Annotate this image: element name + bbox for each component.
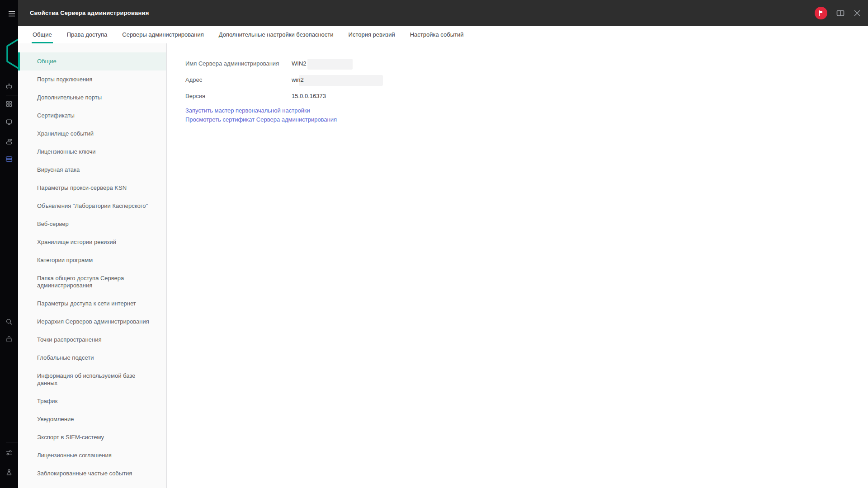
field-row: Имя Сервера администрирования WIN2 <box>185 57 868 69</box>
section-list-item-label: Дополнительные порты <box>37 94 102 101</box>
section-list-item[interactable]: Порты подключения <box>18 70 167 89</box>
field-value: 15.0.0.16373 <box>292 93 500 99</box>
section-list-item-label: Вирусная атака <box>37 166 80 173</box>
section-list-item[interactable]: Уведомление <box>18 410 167 428</box>
section-list-item[interactable]: Информация об используемой базе данных <box>18 367 167 392</box>
section-list-item-label: Экспорт в SIEM-систему <box>37 434 104 441</box>
section-list-item-label: Иерархия Серверов администрирования <box>37 318 149 325</box>
redacted-area <box>307 59 353 70</box>
section-list-item[interactable]: Параметры доступа к сети интернет <box>18 295 167 313</box>
field-value: win2 <box>292 76 500 83</box>
monitor-icon[interactable] <box>5 118 13 126</box>
titlebar-actions <box>815 7 861 19</box>
rail-divider <box>6 95 18 95</box>
section-list-item[interactable]: Параметры прокси-сервера KSN <box>18 179 167 197</box>
section-list-item-label: Сертификаты <box>37 112 75 119</box>
section-list-item-label: Параметры прокси-сервера KSN <box>37 184 127 191</box>
section-list-item[interactable]: Веб-сервер <box>18 215 167 233</box>
tab-label: История ревизий <box>349 31 395 38</box>
redacted-area <box>299 75 383 86</box>
action-links: Запустить мастер первоначальной настройк… <box>185 106 868 124</box>
section-list-item[interactable]: Трафик <box>18 392 167 410</box>
field-label: Версия <box>185 93 292 99</box>
field-value-text: 15.0.0.16373 <box>292 93 326 99</box>
field-row: Адрес win2 <box>185 74 868 85</box>
tab[interactable]: История ревизий <box>349 26 395 43</box>
section-list-item-label: Общие <box>37 58 57 65</box>
section-list-item[interactable]: Глобальные подсети <box>18 349 167 367</box>
section-list-item[interactable]: Хранилище событий <box>18 125 167 143</box>
tab-bar: Общие Права доступа Серверы администриро… <box>18 26 868 43</box>
field-value-text: WIN2 <box>292 60 307 67</box>
search-icon[interactable] <box>5 318 13 325</box>
console-settings-icon[interactable] <box>5 449 13 456</box>
server-fields: Имя Сервера администрирования WIN2 Адрес… <box>185 57 868 102</box>
section-list-item-label: Глобальные подсети <box>37 354 94 361</box>
section-list-item-label: Порты подключения <box>37 76 92 83</box>
left-rail <box>0 0 18 488</box>
tab[interactable]: Общие <box>33 26 52 43</box>
section-list-item[interactable]: Дополнительные порты <box>18 89 167 107</box>
section-list-item[interactable]: Папка общего доступа Сервера администрир… <box>18 269 167 295</box>
device-grid-icon[interactable] <box>5 100 13 108</box>
section-list-item[interactable]: Экспорт в SIEM-систему <box>18 428 167 446</box>
section-list-item[interactable]: Иерархия Серверов администрирования <box>18 313 167 331</box>
section-list-item-label: Лицензионные соглашения <box>37 452 112 459</box>
properties-section-list: Общие Порты подключения Дополнительные п… <box>18 43 167 488</box>
section-list-item-label: Уведомление <box>37 416 74 422</box>
tab-label: Настройка событий <box>410 31 464 38</box>
tab[interactable]: Настройка событий <box>410 26 464 43</box>
managed-server-icon[interactable] <box>5 83 13 90</box>
section-list-item-label: Параметры доступа к сети интернет <box>37 300 136 307</box>
section-list-item[interactable]: Лицензионные соглашения <box>18 446 167 465</box>
server-stack-icon[interactable] <box>5 155 13 163</box>
screen: Свойства Сервера администрирования <box>0 0 868 488</box>
general-settings-panel: Имя Сервера администрирования WIN2 Адрес… <box>167 43 868 488</box>
section-list-item-label: Лицензионные ключи <box>37 148 95 155</box>
section-list-item-label: Хранилище истории ревизий <box>37 239 116 245</box>
field-label: Адрес <box>185 76 292 83</box>
rail-divider <box>6 442 18 442</box>
section-list-item-label: Заблокированные частые события <box>37 470 132 477</box>
section-list-item[interactable]: Лицензионные ключи <box>18 143 167 161</box>
tab[interactable]: Серверы администрирования <box>122 26 203 43</box>
section-list-item-label: Категории программ <box>37 257 93 263</box>
tab-label: Права доступа <box>67 31 108 38</box>
section-list-item[interactable]: Сертификаты <box>18 107 167 125</box>
section-list-item-label: Веб-сервер <box>37 221 69 227</box>
section-list-item-label: Хранилище событий <box>37 130 94 137</box>
section-list-item[interactable]: Категории программ <box>18 251 167 269</box>
tab[interactable]: Дополнительные настройки безопасности <box>219 26 334 43</box>
section-list-item-label: Информация об используемой базе данных <box>37 372 135 386</box>
sidebar-scrollbar[interactable] <box>166 43 167 488</box>
kaspersky-logo <box>6 38 18 71</box>
documentation-book-icon[interactable] <box>836 9 845 17</box>
section-list-item-label: Объявления "Лаборатории Касперского" <box>37 202 148 209</box>
marketplace-bag-icon[interactable] <box>5 336 13 343</box>
section-list-item[interactable]: Заблокированные частые события <box>18 465 167 483</box>
field-value: WIN2 <box>292 60 500 67</box>
section-list-item[interactable]: Общие <box>18 52 167 70</box>
tab-label: Дополнительные настройки безопасности <box>219 31 334 38</box>
hamburger-menu-icon[interactable] <box>8 11 15 17</box>
user-roles-icon[interactable] <box>5 138 13 145</box>
field-value-text: win2 <box>292 76 304 83</box>
flag-badge[interactable] <box>815 7 827 19</box>
close-icon[interactable] <box>854 9 861 17</box>
section-list-item[interactable]: Вирусная атака <box>18 161 167 179</box>
section-list-item-label: Точки распространения <box>37 336 101 343</box>
field-label: Имя Сервера администрирования <box>185 60 292 67</box>
dialog-title: Свойства Сервера администрирования <box>30 9 149 16</box>
action-link[interactable]: Запустить мастер первоначальной настройк… <box>185 106 310 115</box>
tab[interactable]: Права доступа <box>67 26 108 43</box>
tab-label: Общие <box>33 31 52 38</box>
tab-label: Серверы администрирования <box>122 31 203 38</box>
section-list-item[interactable]: Хранилище истории ревизий <box>18 233 167 251</box>
account-icon[interactable] <box>5 469 13 476</box>
section-list-item[interactable]: Точки распространения <box>18 331 167 349</box>
section-list-item[interactable]: Объявления "Лаборатории Касперского" <box>18 197 167 215</box>
field-row: Версия 15.0.0.16373 <box>185 90 868 102</box>
action-link[interactable]: Просмотреть сертификат Сервера администр… <box>185 115 337 124</box>
section-list-item-label: Папка общего доступа Сервера администрир… <box>37 275 124 289</box>
flag-icon <box>818 10 824 16</box>
